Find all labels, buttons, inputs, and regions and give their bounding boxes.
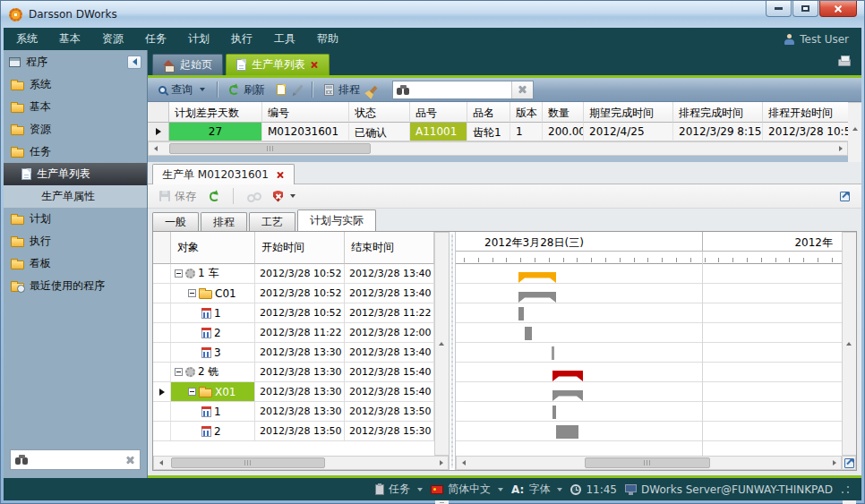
scroll-left-button[interactable] — [457, 457, 470, 469]
sidebar-item-8[interactable]: 看板 — [4, 252, 147, 275]
sidebar-search-input[interactable] — [33, 453, 122, 467]
gantt-bar-row-3[interactable] — [525, 327, 532, 340]
grid-column-header-6[interactable]: 数量 — [543, 102, 584, 123]
close-tab-icon[interactable] — [311, 61, 319, 69]
scroll-up-button[interactable] — [843, 233, 856, 455]
gantt-bar-row-6[interactable] — [552, 390, 583, 401]
scroll-thumb[interactable] — [585, 457, 710, 468]
tree-row-8[interactable]: 22012/3/28 13:502012/3/28 15:30 — [153, 422, 434, 441]
sidebar-item-4[interactable]: 生产单列表 — [4, 163, 147, 185]
close-tab-icon[interactable] — [277, 171, 285, 179]
detail-refresh-button[interactable] — [206, 190, 223, 203]
toolbar-search-input[interactable] — [414, 82, 508, 97]
scroll-up-button[interactable] — [435, 233, 449, 455]
grid-vertical-scrollbar[interactable] — [848, 102, 861, 156]
save-button[interactable]: 保存 — [156, 187, 200, 206]
sidebar-collapse-button[interactable] — [127, 56, 141, 69]
scroll-right-button[interactable] — [834, 142, 847, 155]
language-menu[interactable]: 简体中文 — [431, 482, 503, 497]
clean-button[interactable] — [368, 84, 382, 96]
tree-row-0[interactable]: 1 车2012/3/28 10:522012/3/28 13:40 — [153, 264, 434, 284]
tree-row-2[interactable]: 12012/3/28 10:522012/3/28 11:22 — [153, 303, 434, 323]
sidebar-item-9[interactable]: 最近使用的程序 — [4, 275, 147, 297]
menu-item-5[interactable]: 执行 — [231, 31, 253, 47]
gantt-horizontal-scrollbar[interactable] — [456, 456, 842, 470]
sidebar-item-3[interactable]: 任务 — [4, 141, 147, 163]
gantt-bar-row-8[interactable] — [556, 425, 578, 439]
collapse-node-icon[interactable] — [175, 269, 183, 278]
gantt-bar-row-0[interactable] — [518, 272, 556, 283]
grid-column-header-3[interactable]: 品号 — [410, 102, 467, 123]
detail-document-tab[interactable]: 生产单 M012031601 — [152, 164, 295, 184]
maximize-button[interactable] — [792, 1, 818, 17]
clear-search-button[interactable] — [511, 81, 533, 98]
link-button[interactable] — [244, 190, 263, 202]
tree-row-1[interactable]: C012012/3/28 10:522012/3/28 13:40 — [153, 284, 434, 303]
tree-horizontal-scrollbar[interactable] — [153, 456, 449, 470]
edit-button[interactable] — [294, 82, 304, 97]
collapse-node-icon[interactable] — [188, 289, 196, 297]
tree-col-end[interactable]: 结束时间 — [345, 232, 434, 264]
task-menu[interactable]: 任务 — [375, 482, 423, 497]
tree-row-3[interactable]: 22012/3/28 11:222012/3/28 12:00 — [153, 323, 434, 343]
close-button[interactable] — [819, 1, 857, 17]
detail-tab-1[interactable]: 排程 — [201, 212, 247, 231]
sidebar-item-5[interactable]: 生产单属性 — [4, 185, 147, 208]
scroll-thumb[interactable] — [171, 457, 325, 468]
scroll-up-button[interactable] — [848, 103, 861, 155]
clear-search-icon[interactable] — [126, 456, 135, 465]
detail-tab-2[interactable]: 工艺 — [249, 212, 295, 231]
tree-row-6[interactable]: X012012/3/28 13:302012/3/28 15:40 — [153, 382, 434, 402]
menu-item-0[interactable]: 系统 — [16, 31, 38, 47]
grid-column-header-8[interactable]: 排程完成时间 — [673, 102, 763, 123]
gantt-bar-row-5[interactable] — [552, 371, 583, 381]
menu-item-4[interactable]: 计划 — [188, 31, 210, 47]
tab-0[interactable]: 起始页 — [152, 54, 223, 75]
grid-column-header-2[interactable]: 状态 — [349, 102, 410, 123]
detail-tab-3[interactable]: 计划与实际 — [297, 209, 376, 231]
tree-row-4[interactable]: 32012/3/28 13:302012/3/28 13:40 — [153, 343, 434, 363]
gantt-vertical-scrollbar[interactable] — [842, 232, 856, 456]
schedule-button[interactable]: 排程 — [321, 81, 364, 99]
refresh-button[interactable]: 刷新 — [226, 81, 269, 99]
scroll-left-button[interactable] — [149, 142, 162, 155]
menu-item-2[interactable]: 资源 — [102, 31, 124, 47]
tree-col-object[interactable]: 对象 — [171, 232, 255, 264]
grid-column-header-7[interactable]: 期望完成时间 — [584, 102, 673, 123]
new-button[interactable] — [273, 82, 289, 97]
detail-tab-0[interactable]: 一般 — [152, 212, 199, 231]
menu-item-3[interactable]: 任务 — [145, 31, 167, 47]
grid-column-header-4[interactable]: 品名 — [467, 102, 510, 123]
menu-item-7[interactable]: 帮助 — [317, 31, 338, 47]
grid-column-header-0[interactable]: 计划差异天数 — [169, 102, 262, 123]
sidebar-item-7[interactable]: 执行 — [4, 230, 147, 252]
tree-row-5[interactable]: 2 铣2012/3/28 13:302012/3/28 15:40 — [153, 363, 434, 382]
tab-1[interactable]: 生产单列表 — [226, 54, 330, 75]
grid-horizontal-scrollbar[interactable] — [148, 141, 848, 156]
grid-column-header-1[interactable]: 编号 — [262, 102, 349, 123]
menu-item-1[interactable]: 基本 — [59, 31, 81, 47]
grid-column-header-5[interactable]: 版本 — [510, 102, 543, 123]
open-external-button[interactable] — [836, 190, 853, 203]
scroll-right-button[interactable] — [434, 457, 448, 469]
query-button[interactable]: 查询 — [155, 81, 209, 99]
sidebar-item-6[interactable]: 计划 — [4, 208, 147, 230]
orders-grid-row[interactable]: 27M012031601已确认A11001齿轮11200.002012/4/25… — [148, 123, 848, 141]
gantt-bar-row-2[interactable] — [518, 307, 524, 320]
splitter-handle[interactable] — [449, 232, 456, 470]
scroll-right-button[interactable] — [827, 457, 841, 469]
gantt-bar-row-7[interactable] — [552, 406, 556, 419]
sidebar-item-1[interactable]: 基本 — [4, 96, 147, 118]
font-menu[interactable]: A: 字体 — [511, 482, 562, 497]
sidebar-item-2[interactable]: 资源 — [4, 118, 147, 141]
tree-col-start[interactable]: 开始时间 — [255, 232, 345, 264]
tree-vertical-scrollbar[interactable] — [434, 232, 449, 456]
print-button[interactable] — [838, 56, 851, 68]
gantt-bar-row-1[interactable] — [518, 292, 556, 303]
collapse-node-icon[interactable] — [188, 388, 196, 396]
validate-button[interactable] — [270, 189, 299, 204]
resize-grip[interactable] — [841, 485, 849, 493]
sidebar-item-0[interactable]: 系统 — [4, 73, 147, 96]
gantt-expand-button[interactable] — [842, 456, 856, 470]
tree-row-7[interactable]: 12012/3/28 13:302012/3/28 13:50 — [153, 402, 434, 422]
